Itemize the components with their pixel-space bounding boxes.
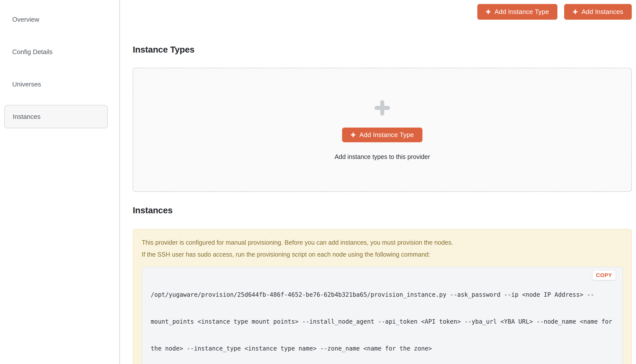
topbar: ✚ Add Instance Type ✚ Add Instances — [133, 0, 632, 20]
provisioning-notice: This provider is configured for manual p… — [133, 229, 632, 364]
plus-bar-vertical — [380, 100, 384, 116]
sidebar: Overview Config Details Universes Instan… — [0, 0, 120, 364]
instance-types-empty-state: ✚ Add Instance Type Add instance types t… — [133, 68, 632, 192]
sidebar-nav: Overview Config Details Universes Instan… — [0, 8, 119, 128]
copy-button[interactable]: COPY — [593, 270, 615, 280]
empty-state-caption: Add instance types to this provider — [335, 153, 430, 160]
add-instances-button[interactable]: ✚ Add Instances — [564, 4, 632, 20]
big-plus-icon — [374, 100, 390, 116]
instance-types-title: Instance Types — [133, 45, 632, 54]
empty-add-instance-type-button[interactable]: ✚ Add Instance Type — [342, 128, 422, 142]
notice-line-1: This provider is configured for manual p… — [142, 238, 623, 246]
command-line: mount_points <instance type mount points… — [151, 317, 590, 326]
provision-command-block: /opt/yugaware/provision/25d644fb-486f-46… — [142, 267, 623, 364]
main-content: ✚ Add Instance Type ✚ Add Instances Inst… — [120, 0, 636, 364]
add-instance-type-label: Add Instance Type — [495, 8, 549, 16]
command-line: the node> --instance_type <instance type… — [151, 344, 590, 353]
plus-icon: ✚ — [486, 9, 491, 15]
add-instance-type-button[interactable]: ✚ Add Instance Type — [477, 4, 558, 20]
add-instances-label: Add Instances — [582, 8, 623, 16]
instances-title: Instances — [133, 206, 632, 215]
command-line: /opt/yugaware/provision/25d644fb-486f-46… — [151, 290, 590, 299]
sidebar-item-universes[interactable]: Universes — [0, 72, 119, 96]
app-root: Overview Config Details Universes Instan… — [0, 0, 636, 364]
notice-line-2: If the SSH user has sudo access, run the… — [142, 250, 623, 258]
empty-add-instance-type-label: Add Instance Type — [359, 131, 414, 139]
plus-icon: ✚ — [573, 9, 578, 15]
sidebar-item-overview[interactable]: Overview — [0, 8, 119, 31]
plus-icon: ✚ — [351, 132, 356, 138]
sidebar-item-instances[interactable]: Instances — [4, 105, 108, 128]
sidebar-item-config-details[interactable]: Config Details — [0, 40, 119, 64]
